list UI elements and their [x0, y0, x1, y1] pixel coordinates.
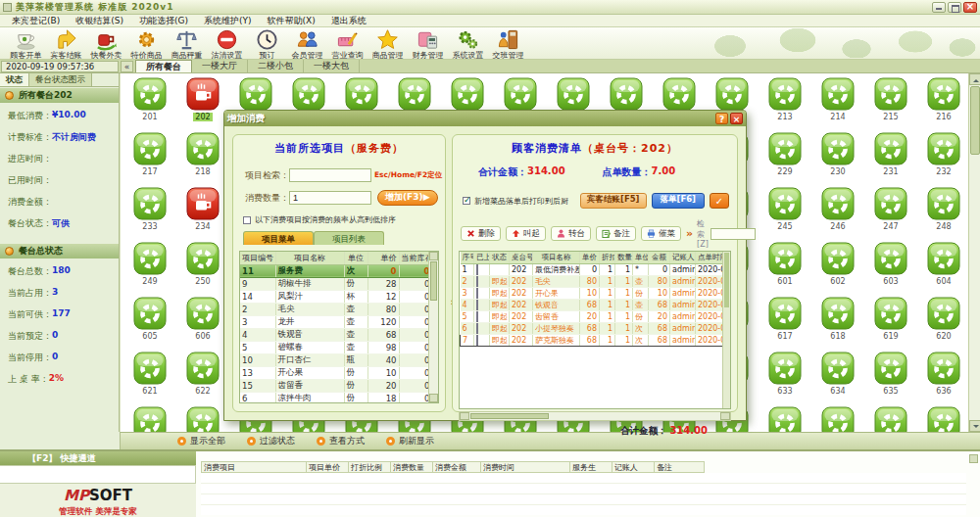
consume-row[interactable]: 7即起202萨克斯独奏6811次68admin2020-09-1	[461, 334, 725, 346]
table-seat-213[interactable]: 213	[759, 77, 811, 132]
print-kitchen-checkbox[interactable]	[463, 197, 470, 205]
item-search-input[interactable]	[289, 168, 371, 182]
action-催菜[interactable]: 催菜	[641, 226, 681, 241]
dialog-close-button[interactable]: ×	[730, 113, 743, 124]
item-row[interactable]: 9胡椒牛排份280	[240, 277, 432, 290]
table-seat-634[interactable]: 634	[811, 352, 864, 406]
grid-option-过滤状态[interactable]: 过滤状态	[247, 435, 295, 447]
table-seat-606[interactable]: 606	[176, 297, 229, 352]
table-seat-620[interactable]: 620	[917, 297, 968, 352]
item-row[interactable]: 6凉拌牛肉份180	[240, 392, 432, 403]
action-删除[interactable]: 删除	[461, 226, 501, 241]
table-seat-637[interactable]: 637	[123, 406, 176, 432]
confirm-check-button[interactable]: ✓	[710, 193, 729, 209]
table-seat-248[interactable]: 248	[917, 187, 968, 242]
table-seat-201[interactable]: 201	[123, 77, 176, 132]
item-row[interactable]: 14凤梨汁杯120	[240, 290, 432, 303]
served-checkbox[interactable]	[476, 323, 478, 334]
toolbar-button-预订[interactable]: 预订	[247, 28, 287, 61]
more-arrow[interactable]: »	[686, 227, 693, 240]
table-seat-231[interactable]: 231	[864, 132, 917, 187]
table-seat-633[interactable]: 633	[759, 352, 811, 406]
grid-option-显示全部[interactable]: 显示全部	[177, 435, 225, 447]
table-seat-234[interactable]: 234	[176, 187, 229, 242]
item-row[interactable]: 10开口杏仁瓶400	[240, 353, 432, 366]
grid-option-刷新显示[interactable]: 刷新显示	[386, 435, 434, 447]
served-checkbox[interactable]	[476, 276, 478, 287]
scroll-up-arrow[interactable]	[969, 73, 980, 85]
item-row[interactable]: 5碧螺春壶980	[240, 341, 432, 353]
consume-row[interactable]: 6即起202小提琴独奏6811次68admin2020-09-1	[461, 322, 725, 334]
floor-tab-所有餐台[interactable]: 所有餐台	[135, 60, 192, 72]
scroll-thumb[interactable]	[430, 261, 437, 301]
scroll-up-arrow[interactable]	[429, 252, 438, 260]
collapse-sidebar-button[interactable]: «	[121, 61, 133, 72]
table-seat-214[interactable]: 214	[811, 77, 864, 132]
sort-checkbox[interactable]	[243, 216, 251, 224]
toolbar-button-顾客开单[interactable]: 顾客开单	[6, 28, 46, 61]
toolbar-button-财务管理[interactable]: 财务管理	[408, 28, 448, 61]
item-row[interactable]: 13开心果份100	[240, 366, 432, 379]
table-seat-618[interactable]: 618	[811, 297, 864, 352]
toolbar-button-会员管理[interactable]: 会员管理	[287, 28, 327, 61]
table-seat-617[interactable]: 617	[759, 297, 811, 352]
served-checkbox[interactable]	[476, 300, 478, 310]
item-table[interactable]: 项目编号项目名称单位单价当前库存11服务费次009胡椒牛排份28014凤梨汁杯1…	[240, 252, 433, 403]
table-seat-230[interactable]: 230	[811, 132, 864, 187]
table-seat-651[interactable]: 651	[864, 406, 917, 432]
consume-row[interactable]: 1202最低消费补差011*0admin2020-09-1	[461, 263, 725, 275]
table-seat-217[interactable]: 217	[123, 132, 176, 187]
consume-row[interactable]: 2即起202毛尖8011壶80admin2020-09-1	[461, 275, 725, 287]
sidebar-tab-状态[interactable]: 状态	[0, 73, 29, 86]
table-seat-245[interactable]: 245	[759, 187, 811, 242]
scroll-thumb[interactable]	[470, 413, 549, 419]
table-seat-247[interactable]: 247	[864, 187, 917, 242]
menu-item[interactable]: 来宾登记(B)	[4, 15, 68, 27]
qty-input[interactable]	[289, 191, 371, 205]
table-seat-250[interactable]: 250	[176, 242, 229, 297]
served-checkbox[interactable]	[476, 288, 478, 299]
consume-table[interactable]: 序号已上状态桌台号项目名称单价折扣数量单位金额记账人点单时间1202最低消费补差…	[460, 252, 725, 347]
floor-tab-一楼大厅[interactable]: 一楼大厅	[192, 60, 248, 72]
toolbar-button-商品管理[interactable]: 商品管理	[368, 28, 408, 61]
action-叫起[interactable]: 叫起	[506, 226, 546, 241]
table-seat-650[interactable]: 650	[811, 406, 864, 432]
table-seat-604[interactable]: 604	[917, 242, 968, 297]
table-seat-249[interactable]: 249	[123, 242, 176, 297]
menu-item[interactable]: 系统维护(Y)	[196, 15, 260, 27]
dialog-help-button[interactable]: ?	[715, 113, 728, 124]
table-seat-652[interactable]: 652	[917, 406, 968, 432]
served-checkbox[interactable]	[476, 264, 478, 275]
close-button[interactable]	[963, 2, 977, 13]
dialog-title-bar[interactable]: 增加消费 ? ×	[224, 111, 746, 126]
table-seat-218[interactable]: 218	[176, 132, 229, 187]
menu-item[interactable]: 软件帮助(X)	[259, 15, 322, 27]
toolbar-button-快餐外卖[interactable]: 快餐外卖	[86, 28, 126, 61]
table-seat-605[interactable]: 605	[123, 297, 176, 352]
table-seat-622[interactable]: 622	[176, 352, 229, 406]
toolbar-button-交班管理[interactable]: 交班管理	[488, 28, 528, 61]
minimize-button[interactable]	[932, 2, 946, 13]
served-checkbox[interactable]	[476, 335, 478, 346]
item-row[interactable]: 11服务费次00	[240, 264, 432, 277]
scroll-down-arrow[interactable]	[429, 394, 438, 402]
table-seat-601[interactable]: 601	[759, 242, 811, 297]
served-checkbox[interactable]	[476, 311, 478, 322]
toolbar-button-商品秤重[interactable]: 商品秤重	[167, 28, 207, 61]
table-seat-603[interactable]: 603	[864, 242, 917, 297]
consume-row[interactable]: 3即起202开心果1011份10admin2020-09-1	[461, 287, 725, 299]
sidebar-tab-餐台状态图示[interactable]: 餐台状态图示	[29, 73, 92, 86]
floor-tab-二楼小包[interactable]: 二楼小包	[248, 60, 304, 72]
table-seat-202[interactable]: 202	[176, 77, 229, 132]
guest-checkout-button[interactable]: 宾客结账[F5]	[580, 193, 647, 209]
scroll-right-arrow[interactable]	[720, 412, 730, 420]
table-seat-246[interactable]: 246	[811, 187, 864, 242]
action-备注[interactable]: 备注	[596, 226, 636, 241]
table-seat-638[interactable]: 638	[176, 406, 229, 432]
item-tab-项目菜单[interactable]: 项目菜单	[243, 231, 314, 245]
grid-scrollbar[interactable]	[968, 73, 980, 432]
action-转台[interactable]: 转台	[551, 226, 591, 241]
scroll-left-arrow[interactable]	[460, 412, 469, 420]
menu-item[interactable]: 退出系统	[323, 15, 374, 27]
table-seat-636[interactable]: 636	[917, 352, 968, 406]
